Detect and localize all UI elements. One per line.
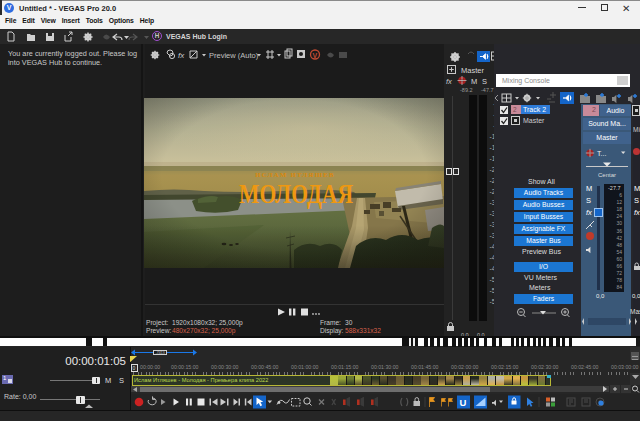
svg-text:МОЛОДАЯ: МОЛОДАЯ (239, 179, 353, 209)
svg-text:S: S (482, 77, 487, 86)
svg-text:fx: fx (178, 51, 185, 60)
svg-text:Preview (Auto): Preview (Auto) (209, 51, 259, 60)
svg-text:fx: fx (446, 77, 452, 86)
svg-text:-47.7: -47.7 (481, 87, 494, 93)
svg-text:Master: Master (461, 66, 484, 75)
svg-text:ИСЛАМ ИТЛЯШЕВ: ИСЛАМ ИТЛЯШЕВ (255, 171, 335, 178)
svg-text:-89.2: -89.2 (460, 87, 473, 93)
svg-text:T...: T... (597, 150, 606, 157)
svg-text:V: V (313, 52, 318, 59)
svg-text:U: U (460, 397, 467, 408)
svg-text:M: M (471, 77, 477, 86)
